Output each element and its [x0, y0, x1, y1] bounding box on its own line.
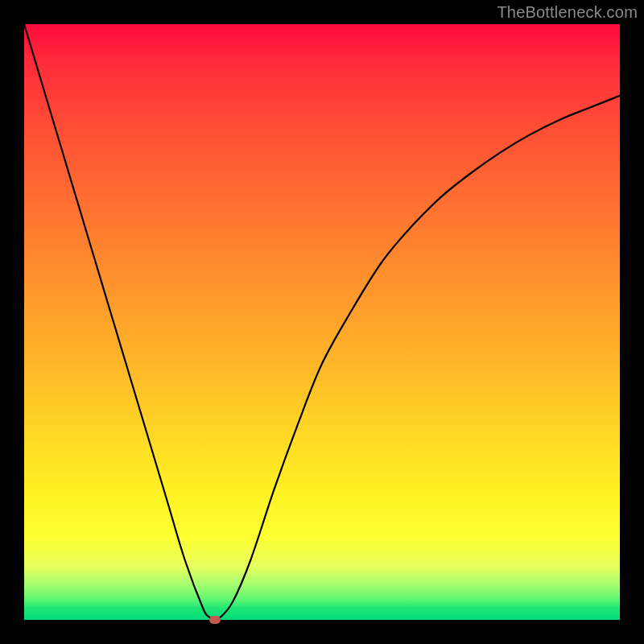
plot-area	[24, 24, 620, 620]
watermark-text: TheBottleneck.com	[497, 3, 638, 22]
bottleneck-curve	[24, 24, 620, 620]
bottleneck-marker	[209, 616, 221, 624]
curve-svg	[24, 24, 620, 620]
chart-frame: TheBottleneck.com	[0, 0, 644, 644]
